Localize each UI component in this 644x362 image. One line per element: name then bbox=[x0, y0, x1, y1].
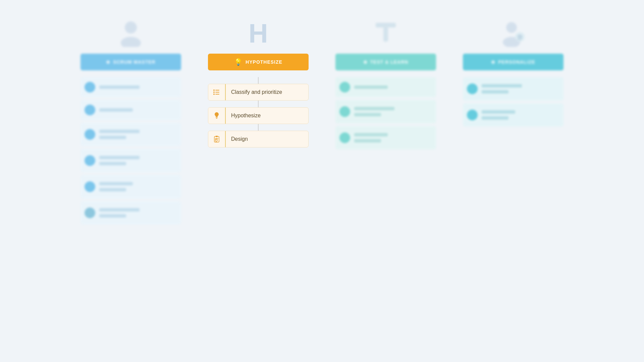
column-3: ⊕ TEST & LEARN bbox=[332, 20, 439, 152]
design-icon-area bbox=[208, 131, 225, 147]
classify-label: Classify and prioritize bbox=[226, 84, 308, 100]
hypothesize-bulb-icon bbox=[213, 112, 221, 120]
design-clipboard-icon bbox=[213, 135, 221, 143]
col4-item-2[interactable] bbox=[463, 103, 564, 127]
col1-item2-text bbox=[99, 108, 133, 112]
col1-item4-icon bbox=[85, 155, 95, 166]
hypothesize-label: Hypothesize bbox=[226, 108, 308, 124]
col4-item-1[interactable] bbox=[463, 77, 564, 101]
svg-rect-9 bbox=[216, 118, 217, 119]
col3-item2-text bbox=[354, 106, 394, 117]
col2-header-icon: 💡 bbox=[234, 58, 243, 66]
col1-header[interactable]: ⊕ SCRUM MASTER bbox=[80, 54, 181, 70]
col2-letter: H bbox=[249, 20, 268, 47]
col4-icon bbox=[500, 20, 527, 47]
col1-item-5[interactable] bbox=[80, 175, 181, 198]
svg-point-4 bbox=[213, 92, 215, 93]
col3-item-1[interactable] bbox=[335, 77, 436, 97]
column-2-hypothesize: H 💡 HYPOTHESIZE Classify and prioritize bbox=[205, 20, 312, 147]
col1-item-4[interactable] bbox=[80, 149, 181, 172]
col4-item1-icon bbox=[467, 83, 478, 94]
col3-header-label: TEST & LEARN bbox=[370, 59, 409, 65]
hypothesize-icon-area bbox=[208, 108, 225, 124]
svg-rect-8 bbox=[216, 117, 218, 118]
col1-item-2[interactable] bbox=[80, 100, 181, 120]
col1-item6-icon bbox=[85, 207, 95, 218]
col3-item-2[interactable] bbox=[335, 100, 436, 123]
col1-item-6[interactable] bbox=[80, 201, 181, 225]
column-1: ⊕ SCRUM MASTER bbox=[77, 20, 184, 227]
col1-item3-text bbox=[99, 129, 140, 140]
col3-item-3[interactable] bbox=[335, 126, 436, 149]
connector-2 bbox=[258, 101, 259, 107]
design-item[interactable]: Design bbox=[208, 131, 309, 147]
col1-header-label: SCRUM MASTER bbox=[113, 59, 155, 65]
svg-rect-7 bbox=[215, 94, 219, 95]
col3-item1-icon bbox=[339, 82, 350, 93]
col4-header-icon: ⊕ bbox=[491, 59, 495, 65]
classify-item[interactable]: Classify and prioritize bbox=[208, 84, 309, 101]
col3-item3-icon bbox=[339, 132, 350, 143]
svg-point-2 bbox=[213, 89, 215, 91]
col2-letter-icon: H bbox=[245, 20, 272, 47]
col2-header[interactable]: 💡 HYPOTHESIZE bbox=[208, 54, 309, 70]
col1-header-icon: ⊕ bbox=[106, 59, 110, 65]
col3-header-icon: ⊕ bbox=[363, 59, 368, 65]
col1-item5-icon bbox=[85, 181, 95, 192]
col1-item1-icon bbox=[85, 82, 95, 93]
svg-point-14 bbox=[215, 139, 217, 141]
svg-rect-18 bbox=[383, 27, 388, 42]
svg-point-6 bbox=[213, 94, 215, 95]
col3-icon bbox=[372, 20, 399, 47]
col3-header[interactable]: ⊕ TEST & LEARN bbox=[335, 54, 436, 70]
col1-item6-text bbox=[99, 207, 140, 218]
connector-3 bbox=[258, 124, 259, 131]
col1-item-1[interactable] bbox=[80, 77, 181, 97]
col4-item2-text bbox=[482, 110, 515, 120]
col1-item3-icon bbox=[85, 129, 95, 140]
classify-list-icon bbox=[213, 88, 221, 96]
col1-item2-icon bbox=[85, 105, 95, 115]
col1-item5-text bbox=[99, 181, 133, 192]
design-label: Design bbox=[226, 131, 308, 147]
svg-rect-17 bbox=[376, 23, 396, 27]
col3-item1-text bbox=[354, 85, 388, 89]
column-4: ⊕ PERSONALIZE bbox=[460, 20, 567, 129]
col1-item4-text bbox=[99, 155, 140, 166]
main-container: ⊕ SCRUM MASTER bbox=[0, 0, 644, 362]
col3-item3-text bbox=[354, 132, 388, 143]
col2-header-label: HYPOTHESIZE bbox=[246, 59, 282, 65]
col1-item-3[interactable] bbox=[80, 123, 181, 146]
col3-item2-icon bbox=[339, 106, 350, 117]
col4-header-label: PERSONALIZE bbox=[498, 59, 535, 65]
col1-icon bbox=[117, 20, 144, 47]
hypothesize-item[interactable]: Hypothesize bbox=[208, 107, 309, 124]
svg-point-0 bbox=[125, 21, 137, 34]
svg-point-19 bbox=[506, 22, 517, 33]
col1-item1-text bbox=[99, 85, 140, 89]
col4-item2-icon bbox=[467, 110, 478, 120]
col4-item1-text bbox=[482, 83, 522, 94]
connector-1 bbox=[258, 77, 259, 84]
col4-header[interactable]: ⊕ PERSONALIZE bbox=[463, 54, 564, 70]
svg-rect-11 bbox=[216, 136, 218, 137]
svg-rect-5 bbox=[215, 92, 219, 93]
classify-icon-area bbox=[208, 84, 225, 100]
svg-point-1 bbox=[121, 37, 141, 47]
svg-rect-3 bbox=[215, 90, 219, 90]
